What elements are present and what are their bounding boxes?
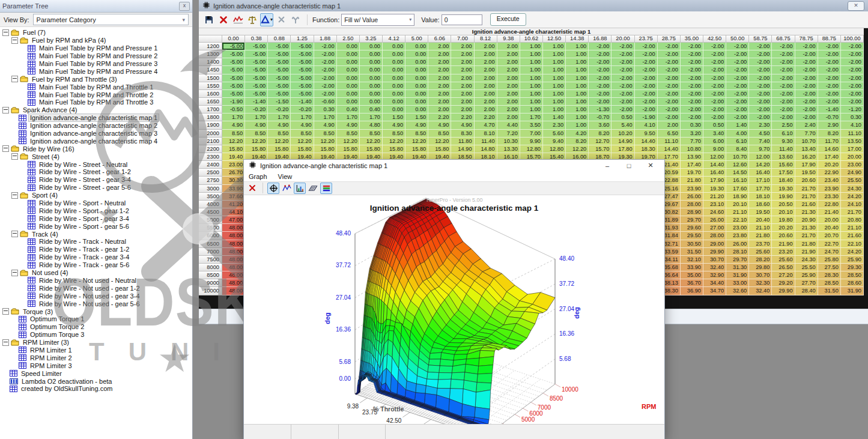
table-cell[interactable]: -5.00 xyxy=(291,50,314,58)
table-cell[interactable]: 48.00 xyxy=(222,264,245,271)
table-cell[interactable]: 27.50 xyxy=(818,264,841,271)
table-cell[interactable]: 0.30 xyxy=(314,106,337,114)
table-cell[interactable]: 4.70 xyxy=(475,121,497,129)
row-header[interactable]: 1300 xyxy=(199,50,222,58)
table-cell[interactable]: -2.00 xyxy=(589,74,612,82)
table-cell[interactable]: 0.00 xyxy=(360,50,383,58)
table-cell[interactable]: 12.20 xyxy=(222,138,245,145)
table-cell[interactable]: 0.50 xyxy=(612,114,634,121)
table-cell[interactable]: -2.00 xyxy=(681,66,703,74)
table-cell[interactable]: 4.00 xyxy=(726,130,749,138)
tree-item[interactable]: Ride by Wire - Street - Neutral xyxy=(0,160,192,168)
row-header[interactable]: 1450 xyxy=(199,66,222,74)
row-header[interactable]: 1600 xyxy=(199,90,222,98)
table-cell[interactable]: 12.20 xyxy=(268,138,291,145)
table-cell[interactable]: 0.00 xyxy=(383,66,405,74)
tree-item[interactable]: Ride by Wire - Track - gear 1-2 xyxy=(0,246,192,253)
table-cell[interactable]: 4.90 xyxy=(222,121,245,129)
table-cell[interactable]: -2.00 xyxy=(772,90,795,98)
table-cell[interactable]: 11.10 xyxy=(841,130,864,138)
table-cell[interactable]: -2.00 xyxy=(726,58,749,66)
table-cell[interactable]: 2.00 xyxy=(497,106,520,114)
table-cell[interactable]: 8.50 xyxy=(337,130,360,138)
table-cell[interactable]: 2.00 xyxy=(428,74,451,82)
column-header[interactable]: 68.75 xyxy=(772,35,795,43)
table-cell[interactable]: -2.00 xyxy=(795,106,818,114)
column-header[interactable]: 58.75 xyxy=(749,35,772,43)
table-cell[interactable]: 2.00 xyxy=(497,74,520,82)
table-cell[interactable]: 2.00 xyxy=(475,82,497,90)
table-cell[interactable]: 8.20 xyxy=(589,130,612,138)
table-cell[interactable]: -5.00 xyxy=(291,82,314,90)
table-cell[interactable]: 0.50 xyxy=(703,121,726,129)
table-cell[interactable]: 14.40 xyxy=(703,161,726,169)
row-header[interactable]: 2300 xyxy=(199,153,222,161)
table-cell[interactable]: 48.00 xyxy=(222,240,245,248)
table-cell[interactable]: 21.70 xyxy=(795,185,818,193)
table-cell[interactable]: 5.60 xyxy=(543,130,566,138)
table-cell[interactable]: -2.00 xyxy=(772,66,795,74)
tree-item[interactable]: Main Fuel Table by RPM and Pressure 4 xyxy=(0,67,192,75)
table-cell[interactable]: 30.70 xyxy=(703,256,726,264)
table-cell[interactable]: 24.20 xyxy=(841,248,864,256)
column-header[interactable]: 10.62 xyxy=(520,35,543,43)
table-cell[interactable]: -5.00 xyxy=(245,50,268,58)
table-cell[interactable]: 23.90 xyxy=(818,185,841,193)
table-cell[interactable]: -2.00 xyxy=(772,98,795,106)
table-cell[interactable]: -2.00 xyxy=(658,82,681,90)
tree-item[interactable]: Optimum Torque 2 xyxy=(0,323,192,331)
tree-item[interactable]: Ride by Wire - Track - gear 5-6 xyxy=(0,261,192,269)
table-cell[interactable]: -2.00 xyxy=(612,90,634,98)
table-cell[interactable]: 8.30 xyxy=(451,130,474,138)
tree-item[interactable]: Lambda O2 deactivation - beta xyxy=(0,377,192,385)
table-cell[interactable]: 32.90 xyxy=(703,271,726,279)
table-cell[interactable]: 0.00 xyxy=(383,90,405,98)
table-cell[interactable]: 0.00 xyxy=(405,50,428,58)
table-cell[interactable]: -2.00 xyxy=(612,74,634,82)
table-cell[interactable]: 24.10 xyxy=(841,201,864,208)
table-cell[interactable]: 2.00 xyxy=(428,58,451,66)
table-cell[interactable]: 23.10 xyxy=(703,201,726,208)
table-cell[interactable]: 19.90 xyxy=(772,193,795,201)
row-header[interactable]: 2100 xyxy=(199,138,222,145)
table-cell[interactable]: -2.00 xyxy=(635,50,658,58)
delta-icon[interactable]: ▾ xyxy=(260,13,273,26)
table-cell[interactable]: 2.00 xyxy=(428,98,451,106)
row-header[interactable]: 5000 xyxy=(199,216,222,224)
column-header[interactable]: 42.50 xyxy=(703,35,726,43)
compare-icon[interactable] xyxy=(246,13,259,26)
table-cell[interactable]: 1.70 xyxy=(291,114,314,121)
table-cell[interactable]: 1.00 xyxy=(566,58,589,66)
table-cell[interactable]: 17.90 xyxy=(795,161,818,169)
column-header[interactable]: 1.88 xyxy=(314,35,337,43)
table-cell[interactable]: 21.10 xyxy=(841,224,864,232)
table-cell[interactable]: 7.70 xyxy=(681,138,703,145)
menu-view[interactable]: View xyxy=(278,173,293,180)
table-cell[interactable]: 0.00 xyxy=(360,58,383,66)
table-cell[interactable]: 28.50 xyxy=(818,279,841,287)
table-cell[interactable]: 29.70 xyxy=(726,256,749,264)
table-cell[interactable]: -2.00 xyxy=(841,58,864,66)
tree-item[interactable]: RPM Limiter 3 xyxy=(0,362,192,369)
table-cell[interactable]: 0.00 xyxy=(360,98,383,106)
table-cell[interactable]: 20.60 xyxy=(772,232,795,240)
table-cell[interactable]: 2.00 xyxy=(428,50,451,58)
table-cell[interactable]: 44.10 xyxy=(222,208,245,216)
table-cell[interactable]: 1.00 xyxy=(520,43,543,50)
table-cell[interactable]: 1.00 xyxy=(566,121,589,129)
table-cell[interactable]: -0.70 xyxy=(818,114,841,121)
table-cell[interactable]: 1.70 xyxy=(245,114,268,121)
table-cell[interactable]: 29.70 xyxy=(681,216,703,224)
table-cell[interactable]: 3.20 xyxy=(681,130,703,138)
table-cell[interactable]: 26.00 xyxy=(703,216,726,224)
table-cell[interactable]: 8.20 xyxy=(566,138,589,145)
tree-item[interactable]: Ignition advance-angle characteristic ma… xyxy=(0,114,192,122)
table-cell[interactable]: 9.90 xyxy=(520,138,543,145)
row-header[interactable]: 2000 xyxy=(199,130,222,138)
row-header[interactable]: 6500 xyxy=(199,240,222,248)
table-cell[interactable]: 0.00 xyxy=(405,43,428,50)
table-cell[interactable]: 2.00 xyxy=(475,90,497,98)
table-cell[interactable]: -2.00 xyxy=(589,43,612,50)
table-cell[interactable]: -2.00 xyxy=(635,98,658,106)
expander-icon[interactable] xyxy=(11,37,18,44)
